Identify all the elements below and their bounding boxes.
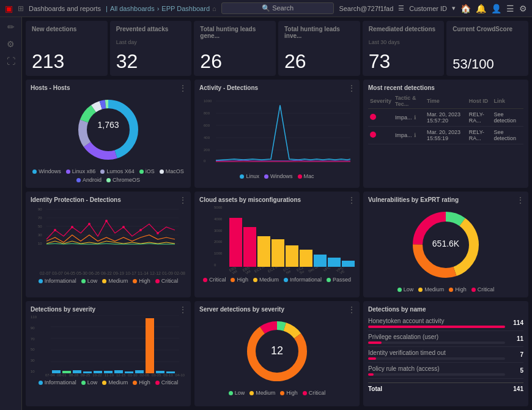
stats-row: New detections 213 Prevented attacks Las…: [26, 21, 528, 76]
table-row: Impa... ℹ Mar. 20, 2023 15:57:20 RELY-RA…: [368, 109, 523, 127]
legend-macos: MacOS: [160, 168, 184, 174]
menu-icon[interactable]: ☰: [506, 4, 514, 13]
bookmark-icon: ⌂: [212, 5, 216, 12]
stat-hunting-generated: Total hunting leads gene... 26: [194, 21, 276, 76]
server-det-menu-icon[interactable]: ⋮: [347, 305, 356, 315]
activity-line-chart: 1000 800 600 400 200 0: [199, 96, 355, 170]
table-row: Impa... ℹ Mar. 20, 2023 15:55:19 RELY-RA…: [368, 127, 523, 144]
svg-rect-51: [62, 371, 71, 373]
breadcrumb: | All dashboards › EPP Dashboard ⌂: [106, 5, 216, 12]
svg-text:200: 200: [204, 148, 210, 152]
activity-menu-icon[interactable]: ⋮: [347, 83, 356, 93]
vuln-menu-icon[interactable]: ⋮: [516, 195, 525, 205]
customer-dropdown-icon[interactable]: ▾: [452, 4, 456, 12]
vuln-legends: Low Medium High Critical: [368, 286, 523, 293]
card-identity: Identity Protection - Detections ⋮ 90 70…: [26, 192, 191, 297]
card-detections-by-name: Detections by name Honeytoken account ac…: [363, 301, 528, 406]
det-sev-legends: Informational Low Medium High Critical: [31, 379, 186, 386]
bell-icon[interactable]: 🔔: [476, 4, 486, 13]
svg-text:12: 12: [271, 345, 283, 357]
vuln-donut-chart: 651.6K: [409, 208, 482, 281]
det-sev-bar-chart: [44, 315, 186, 373]
stat-new-detections: New detections 213: [26, 21, 108, 76]
svg-text:651.6K: 651.6K: [432, 239, 460, 248]
detections-total: Total 141: [368, 382, 523, 392]
main-content: New detections 213 Prevented attacks Las…: [22, 17, 532, 410]
legend-linux-activity: Linux: [240, 173, 259, 179]
identity-menu-icon[interactable]: ⋮: [179, 195, 187, 205]
legend-ios: iOS: [139, 168, 155, 174]
svg-text:600: 600: [204, 124, 210, 127]
grid-icon: ⊞: [18, 4, 24, 13]
svg-rect-55: [104, 371, 113, 373]
detections-name-list: Honeytoken account activity 114 Privileg…: [368, 315, 523, 379]
person-icon[interactable]: 👤: [491, 4, 501, 13]
stat-crowdscore: Current CrowdScore 53/100: [446, 21, 528, 76]
card-hosts: Hosts - Hosts ⋮ 1,763: [26, 80, 191, 188]
fullscreen-icon[interactable]: ⛶: [7, 56, 15, 66]
svg-text:90: 90: [38, 207, 42, 211]
topbar-title: Dashboards and reports: [29, 5, 101, 12]
list-item: Privilege escalation (user) 11: [368, 331, 523, 347]
hosts-donut-chart: 1,763: [75, 96, 142, 163]
legend-mac-activity: Mac: [298, 173, 314, 179]
cloud-menu-icon[interactable]: ⋮: [347, 195, 356, 205]
card-cloud: Cloud assets by misconfigurations ⋮ 5000…: [194, 192, 360, 297]
stat-hunting-investigated: Total hunting leads inve... 26: [278, 21, 360, 76]
server-det-donut-chart: 12: [243, 318, 311, 385]
legend-windows: Windows: [32, 168, 61, 174]
legend-windows-activity: Windows: [264, 173, 293, 179]
det-sev-menu-icon[interactable]: ⋮: [179, 305, 187, 315]
breadcrumb-sep: |: [106, 5, 108, 12]
search-icon: 🔍: [262, 4, 270, 12]
svg-rect-50: [52, 370, 61, 373]
search-box[interactable]: 🔍 Search: [221, 2, 334, 14]
svg-rect-53: [83, 371, 92, 373]
svg-rect-58: [135, 370, 144, 373]
svg-point-32: [71, 226, 73, 228]
logo-icon: ▣: [5, 4, 13, 13]
svg-point-33: [88, 223, 91, 225]
svg-text:10: 10: [38, 242, 42, 245]
sidebar: ✏ ⚙ ⛶: [0, 17, 22, 410]
hosts-menu-icon[interactable]: ⋮: [179, 83, 187, 93]
svg-text:70: 70: [38, 216, 42, 220]
svg-text:30: 30: [38, 233, 42, 237]
user-icon: ☰: [398, 4, 404, 12]
legend-chromeos: ChromeOS: [106, 177, 140, 183]
legend-linux: Linux x86: [66, 168, 96, 174]
dashboard-grid-row2: Identity Protection - Detections ⋮ 90 70…: [26, 192, 528, 297]
card-detections-severity: Detections by severity ⋮ 1109070503010: [26, 301, 191, 406]
legend-android: Android: [76, 177, 102, 183]
customer-label: Customer ID: [409, 5, 447, 12]
card-activity: Activity - Detections ⋮ 1000 800 600 400…: [194, 80, 360, 188]
svg-rect-60: [156, 371, 164, 373]
svg-point-31: [54, 229, 56, 231]
svg-text:1,763: 1,763: [97, 120, 119, 130]
house-icon: 🏠: [460, 4, 471, 13]
sidebar-settings-icon[interactable]: ⚙: [7, 39, 15, 49]
cloud-legends: Critical High Medium Informational Passe…: [199, 277, 355, 283]
svg-text:1000: 1000: [204, 99, 212, 103]
edit-icon[interactable]: ✏: [7, 22, 15, 32]
svg-text:400: 400: [204, 136, 210, 140]
svg-rect-57: [125, 371, 133, 373]
svg-text:50: 50: [38, 225, 42, 228]
card-server-detections: Server detections by severity ⋮ 12 Low M…: [194, 301, 360, 406]
breadcrumb-1[interactable]: All dashboards: [110, 5, 155, 12]
stat-remediated: Remediated detections Last 30 days 73: [363, 21, 445, 76]
info-icon-2: ℹ: [414, 132, 416, 138]
svg-rect-56: [114, 370, 123, 373]
list-item: Policy rule match (access) 5: [368, 363, 523, 379]
activity-legends: Linux Windows Mac: [199, 173, 355, 179]
settings-icon[interactable]: ⚙: [519, 4, 527, 13]
svg-rect-61: [166, 371, 175, 373]
svg-rect-52: [73, 370, 81, 373]
list-item: Honeytoken account activity 114: [368, 315, 523, 331]
breadcrumb-2: EPP Dashboard: [161, 5, 210, 12]
svg-text:800: 800: [204, 111, 210, 115]
user-label: Search@727f1fad: [339, 5, 393, 12]
topbar-right: Search@727f1fad ☰ Customer ID ▾ 🏠 🔔 👤 ☰ …: [339, 4, 527, 13]
svg-point-36: [139, 229, 142, 231]
svg-point-34: [105, 220, 108, 222]
